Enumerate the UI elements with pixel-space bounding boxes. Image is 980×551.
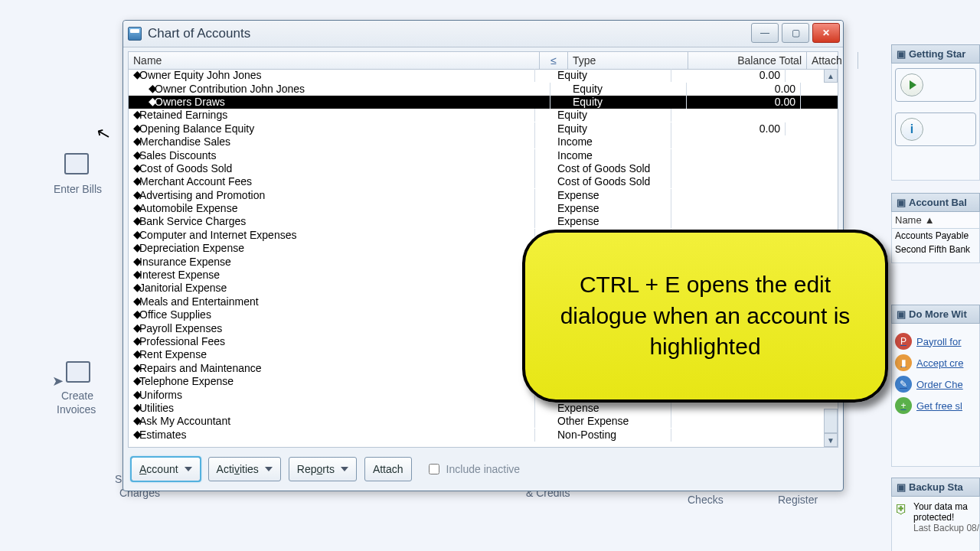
- panel-getting-started-header[interactable]: ▣Getting Star: [891, 44, 980, 64]
- link-get-free[interactable]: +Get free sl: [895, 397, 976, 414]
- create-invoices-icon[interactable]: [66, 361, 90, 383]
- type-cell: Equity: [554, 109, 671, 122]
- attach-button[interactable]: Attach: [364, 457, 412, 481]
- account-menu-button[interactable]: Account: [131, 457, 201, 481]
- type-cell: Income: [554, 149, 671, 162]
- account-name-cell: ◆Advertising and Promotion: [129, 189, 535, 202]
- scroll-thumb[interactable]: [824, 409, 838, 433]
- account-name-cell: ◆Automobile Expense: [129, 202, 535, 215]
- table-row[interactable]: ◆Opening Balance EquityEquity0.00: [129, 122, 838, 135]
- account-name-cell: ◆Sales Discounts: [129, 149, 535, 162]
- callout-text: CTRL + E opens the edit dialogue when an…: [545, 269, 865, 363]
- col-special-header[interactable]: ≤: [540, 52, 568, 69]
- account-name-cell: ◆Ask My Accountant: [129, 415, 535, 428]
- play-icon: [910, 80, 916, 90]
- collapse-icon: ▣: [897, 308, 906, 320]
- checks-icon: ✎: [895, 376, 912, 393]
- account-name-cell: ◆Uniforms: [129, 389, 535, 402]
- account-name-cell: ◆Insurance Expense: [129, 256, 535, 269]
- account-name-cell: ◆Retained Earnings: [129, 109, 535, 122]
- table-row[interactable]: ◆Owners DrawsEquity0.00: [129, 96, 838, 109]
- balance-cell: 0.00: [687, 83, 801, 96]
- account-name-cell: ◆Owner Contribution John Jones: [129, 83, 550, 96]
- enter-bills-label: Enter Bills: [54, 183, 102, 195]
- include-inactive-input[interactable]: [429, 464, 439, 474]
- bg-register-label: Register: [778, 494, 818, 506]
- account-name-cell: ◆Professional Fees: [129, 335, 535, 348]
- activities-menu-button[interactable]: Activities: [208, 457, 281, 481]
- account-name-cell: ◆Owner Equity John Jones: [129, 69, 535, 82]
- plus-icon: +: [895, 397, 912, 414]
- table-row[interactable]: ◆EstimatesNon-Posting: [129, 429, 838, 442]
- balance-cell: 0.00: [687, 96, 801, 109]
- link-payroll[interactable]: PPayroll for: [895, 333, 976, 350]
- collapse-icon: ▣: [897, 481, 906, 493]
- account-name-cell: ◆Interest Expense: [129, 269, 535, 282]
- backup-text: Last Backup 08/2: [913, 523, 980, 533]
- table-row[interactable]: ◆UtilitiesExpense: [129, 402, 838, 415]
- credit-card-icon: ▮: [895, 354, 912, 371]
- account-name-cell: ◆Telephone Expense: [129, 375, 535, 388]
- account-name-cell: ◆Estimates: [129, 429, 535, 442]
- chevron-down-icon: [341, 467, 348, 471]
- close-button[interactable]: ✕: [812, 23, 840, 43]
- type-cell: Expense: [554, 202, 671, 215]
- sort-asc-icon: ▲: [925, 214, 935, 226]
- scroll-down-button[interactable]: ▼: [824, 433, 838, 447]
- play-button[interactable]: [900, 73, 923, 96]
- table-row[interactable]: ◆Automobile ExpenseExpense: [129, 202, 838, 215]
- table-row[interactable]: ◆Merchandise SalesIncome: [129, 135, 838, 148]
- type-cell: Non-Posting: [554, 429, 671, 442]
- table-row[interactable]: ◆Owner Contribution John JonesEquity0.00: [129, 82, 838, 95]
- window-icon: [128, 27, 142, 41]
- type-cell: Cost of Goods Sold: [554, 175, 671, 188]
- reports-menu-button[interactable]: Reports: [289, 457, 357, 481]
- minimize-button[interactable]: —: [751, 23, 779, 43]
- account-balances-row[interactable]: Second Fifth Bank: [892, 243, 979, 256]
- col-balance-header[interactable]: Balance Total: [688, 52, 807, 69]
- link-accept-credit[interactable]: ▮Accept cre: [895, 354, 976, 371]
- col-name-header[interactable]: Name: [129, 52, 540, 69]
- scroll-up-button[interactable]: ▲: [824, 69, 838, 83]
- table-row[interactable]: ◆Merchant Account FeesCost of Goods Sold: [129, 175, 838, 188]
- collapse-icon: ▣: [897, 48, 906, 60]
- table-row[interactable]: ◆Retained EarningsEquity: [129, 109, 838, 122]
- maximize-button[interactable]: ▢: [782, 23, 809, 43]
- bg-s-label: S: [115, 473, 122, 485]
- table-row[interactable]: ◆Sales DiscountsIncome: [129, 148, 838, 161]
- account-name-cell: ◆Rent Expense: [129, 348, 535, 361]
- window-title: Chart of Accounts: [148, 26, 250, 41]
- titlebar[interactable]: Chart of Accounts — ▢ ✕: [123, 21, 843, 47]
- account-name-cell: ◆Office Supplies: [129, 308, 535, 321]
- table-row[interactable]: ◆Owner Equity John JonesEquity0.00: [129, 69, 838, 82]
- col-type-header[interactable]: Type: [568, 52, 688, 69]
- include-inactive-checkbox[interactable]: Include inactive: [426, 461, 521, 477]
- info-button[interactable]: i: [900, 118, 923, 141]
- account-name-cell: ◆Cost of Goods Sold: [129, 162, 535, 175]
- account-name-cell: ◆Depreciation Expense: [129, 242, 535, 255]
- link-order-checks[interactable]: ✎Order Che: [895, 376, 976, 393]
- collapse-icon: ▣: [897, 197, 906, 208]
- payroll-icon: P: [895, 333, 912, 350]
- panel-backup-status-header[interactable]: ▣Backup Sta: [891, 478, 980, 497]
- table-row[interactable]: ◆Cost of Goods SoldCost of Goods Sold: [129, 162, 838, 175]
- col-attach-header[interactable]: Attach: [807, 52, 858, 69]
- instruction-callout: CTRL + E opens the edit dialogue when an…: [522, 230, 888, 403]
- table-row[interactable]: ◆Bank Service ChargesExpense: [129, 215, 838, 228]
- account-name-cell: ◆Payroll Expenses: [129, 322, 535, 335]
- bg-checks-label: Checks: [688, 494, 724, 506]
- enter-bills-icon[interactable]: [64, 153, 89, 174]
- type-cell: Cost of Goods Sold: [554, 162, 671, 175]
- type-cell: Equity: [570, 96, 687, 109]
- backup-text: protected!: [913, 512, 980, 523]
- chevron-down-icon: [185, 467, 192, 471]
- panel-account-balances-header[interactable]: ▣Account Bal: [891, 193, 980, 212]
- window-footer: Account Activities Reports Attach Includ…: [128, 452, 838, 486]
- type-cell: Other Expense: [554, 415, 671, 428]
- shield-icon: ⛨: [895, 501, 909, 547]
- table-row[interactable]: ◆Ask My AccountantOther Expense: [129, 415, 838, 428]
- account-balances-name-header[interactable]: Name▲: [892, 212, 979, 229]
- account-balances-row[interactable]: Accounts Payable: [892, 229, 979, 243]
- panel-do-more-header[interactable]: ▣Do More Wit: [891, 305, 980, 324]
- table-row[interactable]: ◆Advertising and PromotionExpense: [129, 189, 838, 202]
